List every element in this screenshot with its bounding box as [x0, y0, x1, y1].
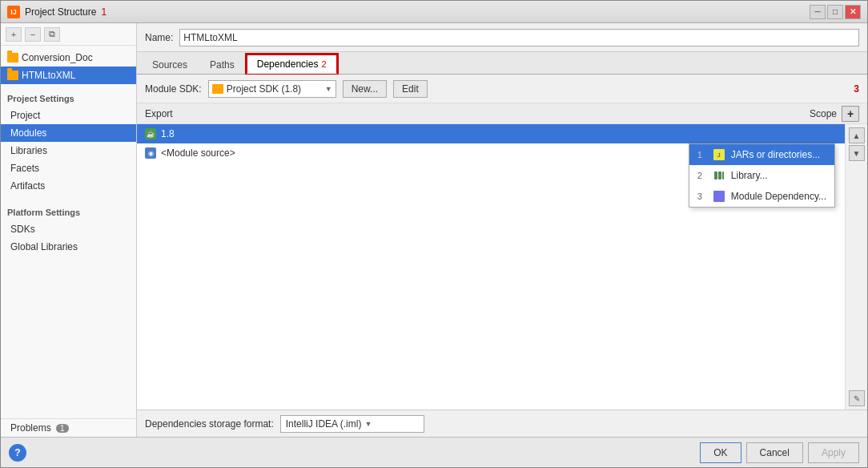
tree-item-conversion-doc[interactable]: Conversion_Doc	[1, 49, 136, 67]
tab-sources[interactable]: Sources	[142, 54, 198, 74]
sdk-label: Module SDK:	[145, 83, 202, 95]
sidebar-item-sdks[interactable]: SDKs	[1, 220, 136, 238]
copy-module-button[interactable]: ⧉	[44, 27, 60, 42]
dropdown-item-library-label: Library...	[731, 170, 768, 181]
module-source-icon: ◉	[145, 147, 156, 159]
footer-right: OK Cancel Apply	[700, 442, 859, 463]
deps-src-label: <Module source>	[161, 147, 235, 159]
deps-list: ☕ 1.8 ◉ <Module source> 1 J	[137, 124, 845, 410]
deps-side-buttons: ▲ ▼ ✎	[845, 124, 867, 410]
apply-button[interactable]: Apply	[808, 442, 859, 463]
tree-item-htmltoxml[interactable]: HTMLtoXML	[1, 67, 136, 84]
jdk-icon: ☕	[145, 128, 156, 139]
module-tree: Conversion_Doc HTMLtoXML	[1, 46, 136, 87]
jar-icon: J	[713, 149, 725, 160]
deps-body: ☕ 1.8 ◉ <Module source> 1 J	[137, 124, 867, 410]
tab-dependencies[interactable]: Dependencies 2	[247, 54, 337, 74]
deps-row-jdk[interactable]: ☕ 1.8	[137, 124, 845, 143]
dropdown-item-library[interactable]: 2 Library...	[689, 165, 834, 186]
ok-button[interactable]: OK	[700, 442, 741, 463]
main-area: + − ⧉ Conversion_Doc HTMLtoXML Project S…	[1, 23, 867, 437]
item-num-2: 2	[697, 171, 707, 180]
title-bar: IJ Project Structure 1 ─ □ ✕	[1, 1, 867, 23]
sidebar-item-facets[interactable]: Facets	[1, 159, 136, 177]
sidebar-item-label: Libraries	[10, 145, 47, 156]
sdk-edit-button[interactable]: Edit	[393, 80, 428, 98]
storage-format-select[interactable]: IntelliJ IDEA (.iml) ▼	[280, 415, 424, 433]
add-dependency-dropdown: 1 J JARs or directories... 2 Library...	[689, 143, 835, 208]
svg-rect-2	[722, 171, 724, 180]
item-num-3: 3	[697, 192, 707, 201]
minimize-button[interactable]: ─	[810, 5, 826, 19]
name-bar: Name:	[137, 23, 867, 52]
tabs-bar: Sources Paths Dependencies 2	[137, 52, 867, 75]
scope-badge: 3	[854, 83, 859, 95]
project-settings-header: Project Settings	[1, 87, 136, 107]
deps-header: Export Scope +	[137, 103, 867, 124]
item-num-1: 1	[697, 150, 707, 159]
sdk-select[interactable]: Project SDK (1.8) ▼	[208, 80, 336, 98]
sidebar-item-label: SDKs	[10, 224, 35, 235]
svg-rect-1	[718, 171, 721, 180]
storage-format-value: IntelliJ IDEA (.iml)	[286, 418, 362, 430]
tab-sources-label: Sources	[152, 59, 187, 71]
sidebar: + − ⧉ Conversion_Doc HTMLtoXML Project S…	[1, 23, 137, 437]
sdk-new-button[interactable]: New...	[343, 80, 387, 98]
tree-item-label: HTMLtoXML	[22, 70, 75, 81]
sidebar-item-libraries[interactable]: Libraries	[1, 142, 136, 159]
sidebar-item-global-libraries[interactable]: Global Libraries	[1, 238, 136, 256]
window-title: Project Structure	[25, 6, 96, 18]
dropdown-item-jars-label: JARs or directories...	[731, 149, 820, 160]
app-icon: IJ	[7, 6, 20, 18]
module-name-input[interactable]	[179, 29, 859, 46]
dropdown-item-module-dep-label: Module Dependency...	[731, 191, 826, 202]
maximize-button[interactable]: □	[827, 5, 843, 19]
footer-left: ?	[9, 444, 26, 462]
svg-rect-0	[714, 171, 717, 180]
project-structure-window: IJ Project Structure 1 ─ □ ✕ + − ⧉ Conve…	[0, 0, 868, 468]
sdk-select-value: Project SDK (1.8)	[227, 83, 322, 95]
sidebar-item-problems[interactable]: Problems 1	[1, 419, 136, 437]
sidebar-item-label: Modules	[10, 127, 46, 139]
folder-icon	[7, 71, 18, 80]
move-up-button[interactable]: ▲	[849, 127, 865, 143]
tab-paths-label: Paths	[210, 59, 235, 71]
footer: ? OK Cancel Apply	[1, 437, 867, 467]
storage-format-bar: Dependencies storage format: IntelliJ ID…	[137, 410, 867, 437]
problems-label: Problems	[10, 422, 51, 434]
export-label: Export	[145, 108, 173, 119]
help-button[interactable]: ?	[9, 444, 26, 462]
platform-settings-header: Platform Settings	[1, 201, 136, 220]
scope-label: Scope	[810, 108, 837, 119]
move-down-button[interactable]: ▼	[849, 145, 865, 161]
dropdown-item-module-dep[interactable]: 3 Module Dependency...	[689, 186, 834, 207]
dependencies-container: Export Scope + ☕ 1.8 ◉	[137, 103, 867, 437]
sidebar-item-label: Project	[10, 110, 40, 121]
problems-badge: 1	[56, 424, 69, 433]
cancel-button[interactable]: Cancel	[746, 442, 803, 463]
nav-toolbar: + − ⧉	[1, 23, 136, 46]
name-label: Name:	[145, 32, 173, 43]
tab-dependencies-label: Dependencies	[257, 58, 319, 70]
storage-format-arrow-icon: ▼	[364, 420, 372, 428]
tab-paths[interactable]: Paths	[199, 54, 245, 74]
module-dep-icon	[713, 191, 725, 202]
remove-module-button[interactable]: −	[25, 27, 41, 42]
add-dependency-button[interactable]: +	[842, 106, 859, 122]
dropdown-item-jars[interactable]: 1 J JARs or directories...	[689, 144, 834, 165]
sdk-bar: Module SDK: Project SDK (1.8) ▼ New... E…	[137, 75, 867, 103]
sidebar-item-artifacts[interactable]: Artifacts	[1, 177, 136, 195]
sidebar-item-modules[interactable]: Modules	[1, 124, 136, 142]
add-module-button[interactable]: +	[6, 27, 22, 42]
folder-icon	[7, 53, 18, 63]
deps-jdk-label: 1.8	[161, 128, 175, 139]
title-controls: ─ □ ✕	[810, 5, 861, 19]
sidebar-item-project[interactable]: Project	[1, 107, 136, 124]
sidebar-item-label: Global Libraries	[10, 241, 78, 252]
close-button[interactable]: ✕	[845, 5, 861, 19]
sidebar-item-label: Facets	[10, 163, 39, 174]
content-area: Name: Sources Paths Dependencies 2 Modul…	[137, 23, 867, 437]
storage-format-label: Dependencies storage format:	[145, 418, 274, 430]
edit-dep-button[interactable]: ✎	[849, 390, 865, 406]
title-bar-left: IJ Project Structure 1	[7, 6, 106, 18]
